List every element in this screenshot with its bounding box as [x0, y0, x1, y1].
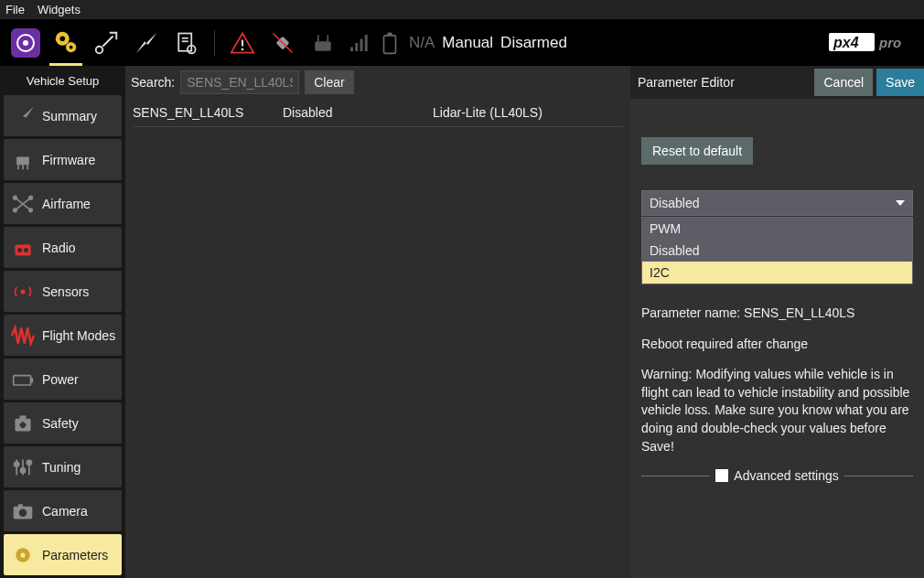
svg-rect-56 [18, 504, 23, 507]
sidebar-item-label: Radio [42, 241, 76, 255]
svg-point-34 [13, 208, 17, 212]
clear-button[interactable]: Clear [305, 70, 353, 94]
select-option-pwm[interactable]: PWM [642, 218, 912, 240]
battery-side-icon [4, 369, 42, 391]
vehicle-setup-sidebar: Vehicle Setup Summary Firmware Airframe … [0, 66, 125, 578]
divider-line [844, 476, 913, 476]
rc-icon [306, 27, 339, 59]
advanced-settings-label: Advanced settings [734, 468, 838, 483]
sidebar-item-summary[interactable]: Summary [4, 95, 122, 136]
warning-icon[interactable] [226, 27, 259, 59]
warning-text: Warning: Modifying values while vehicle … [641, 366, 913, 455]
svg-point-51 [15, 462, 19, 466]
cancel-button[interactable]: Cancel [814, 69, 873, 96]
svg-point-33 [28, 195, 33, 199]
divider-line [641, 476, 710, 476]
search-row: Search: Clear [125, 66, 630, 99]
svg-point-58 [20, 552, 25, 557]
advanced-settings-checkbox[interactable] [715, 469, 728, 482]
sidebar-item-label: Airframe [42, 197, 91, 211]
sidebar-item-power[interactable]: Power [4, 359, 122, 400]
app-logo-icon[interactable] [9, 27, 42, 59]
svg-point-57 [16, 548, 29, 562]
reset-to-default-button[interactable]: Reset to default [641, 137, 753, 165]
analyze-doc-icon[interactable] [170, 27, 203, 59]
param-name-cell: SENS_EN_LL40LS [133, 105, 283, 120]
sidebar-item-label: Flight Modes [42, 328, 115, 343]
svg-point-5 [59, 36, 65, 41]
sat-icon[interactable] [266, 27, 299, 59]
svg-point-1 [17, 35, 34, 51]
svg-rect-23 [384, 36, 396, 54]
value-select[interactable]: Disabled [641, 190, 913, 216]
svg-point-3 [56, 31, 70, 45]
editor-title: Parameter Editor [638, 75, 814, 90]
plane-icon [4, 105, 42, 127]
medkit-icon [4, 412, 42, 434]
editor-header: Parameter Editor Cancel Save [630, 66, 924, 99]
menu-file[interactable]: File [5, 3, 25, 16]
setup-gears-icon[interactable] [49, 20, 82, 66]
sidebar-item-safety[interactable]: Safety [4, 402, 122, 444]
svg-rect-16 [315, 41, 331, 51]
svg-rect-54 [14, 506, 33, 519]
sidebar-item-label: Safety [42, 416, 79, 431]
svg-rect-28 [16, 156, 29, 165]
sidebar-item-label: Tuning [42, 460, 81, 475]
sidebar-item-radio[interactable]: Radio [4, 227, 122, 268]
svg-point-6 [70, 45, 73, 48]
svg-line-15 [274, 34, 293, 53]
sidebar-item-flight-modes[interactable]: Flight Modes [4, 315, 122, 356]
svg-point-52 [20, 467, 25, 472]
advanced-settings-row: Advanced settings [641, 468, 913, 483]
svg-rect-8 [178, 34, 191, 51]
sidebar-item-label: Power [42, 372, 79, 387]
svg-rect-14 [276, 37, 290, 50]
svg-rect-19 [350, 48, 353, 52]
flight-mode-text[interactable]: Manual [442, 34, 493, 52]
save-button[interactable]: Save [876, 69, 924, 96]
waveform-icon [4, 325, 42, 347]
sidebar-item-label: Summary [42, 109, 97, 123]
svg-text:px4: px4 [833, 35, 859, 50]
parameter-name-text: Parameter name: SENS_EN_LL40LS [641, 305, 913, 323]
sidebar-title: Vehicle Setup [0, 66, 125, 95]
sidebar-item-camera[interactable]: Camera [4, 490, 122, 531]
battery-icon [378, 27, 402, 59]
camera-icon [4, 500, 42, 522]
svg-point-7 [96, 47, 103, 54]
airframe-icon [4, 193, 42, 215]
search-label: Search: [131, 75, 175, 90]
arm-state-text[interactable]: Disarmed [500, 34, 567, 52]
svg-rect-20 [355, 43, 358, 51]
sidebar-item-sensors[interactable]: Sensors [4, 271, 122, 312]
sidebar-item-label: Firmware [42, 153, 95, 167]
svg-point-32 [13, 195, 17, 199]
sidebar-item-tuning[interactable]: Tuning [4, 446, 122, 487]
sidebar-item-airframe[interactable]: Airframe [4, 183, 122, 224]
gear-icon [4, 544, 42, 566]
select-current-value: Disabled [650, 196, 699, 210]
svg-point-4 [66, 42, 76, 52]
svg-rect-44 [15, 418, 30, 431]
sidebar-item-parameters[interactable]: Parameters [4, 534, 122, 575]
plan-waypoint-icon[interactable] [90, 27, 123, 59]
svg-rect-38 [15, 244, 30, 255]
svg-rect-25 [829, 33, 875, 51]
signal-icon [347, 27, 371, 59]
search-input[interactable] [180, 70, 299, 94]
svg-point-13 [242, 48, 244, 51]
param-divider [133, 126, 623, 127]
select-option-i2c[interactable]: I2C [642, 262, 912, 284]
svg-rect-21 [360, 39, 363, 52]
sidebar-item-firmware[interactable]: Firmware [4, 139, 122, 180]
battery-na-text: N/A [409, 34, 435, 52]
parameter-editor-panel: Parameter Editor Cancel Save Reset to de… [630, 66, 924, 578]
chevron-down-icon [896, 200, 905, 206]
fly-plane-icon[interactable] [130, 27, 163, 59]
toolbar-separator [214, 30, 215, 56]
menu-widgets[interactable]: Widgets [38, 3, 81, 16]
sidebar-item-label: Camera [42, 504, 88, 519]
param-row[interactable]: SENS_EN_LL40LS Disabled Lidar-Lite (LL40… [125, 99, 630, 126]
select-option-disabled[interactable]: Disabled [642, 240, 912, 262]
